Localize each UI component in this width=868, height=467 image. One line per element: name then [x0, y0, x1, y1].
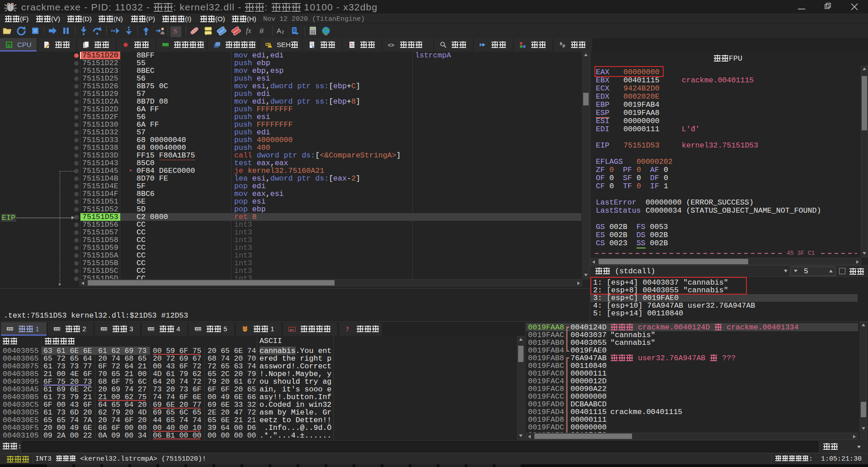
svg-text:#: # [259, 27, 264, 35]
svg-text:<>: <> [388, 42, 394, 48]
svg-text:32: 32 [7, 43, 10, 48]
svg-text:z: z [282, 29, 284, 34]
svg-text:A: A [277, 27, 281, 34]
svg-text:fx: fx [246, 27, 251, 35]
svg-text:x=: x= [290, 328, 294, 332]
svg-text:?: ? [346, 326, 349, 333]
